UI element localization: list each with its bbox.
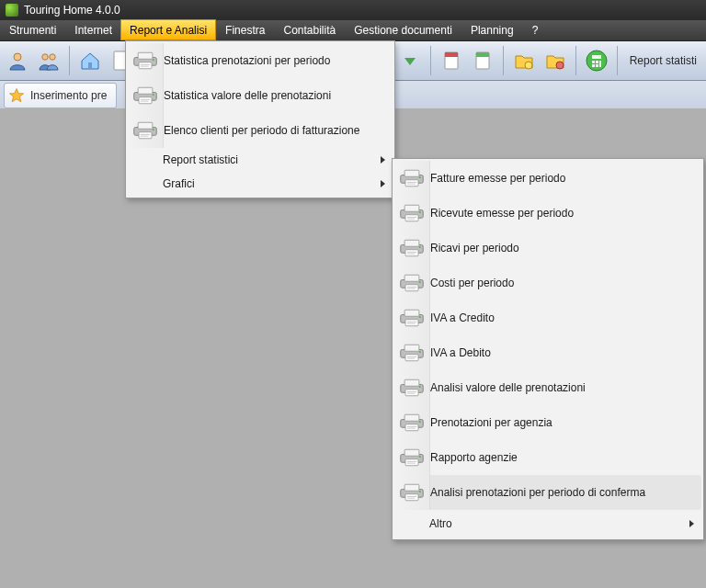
submenu-item-costi[interactable]: Costi per periodo [394,266,701,300]
star-icon [8,87,25,104]
chevron-right-icon [381,180,385,187]
menu-internet[interactable]: Internet [65,20,121,40]
toolbar-person-btn[interactable] [4,47,31,74]
toolbar-divider [69,46,70,75]
toolbar-divider [430,46,431,75]
menu-report-analisi[interactable]: Report e Analisi [120,19,216,40]
toolbar-report-statistici-btn[interactable]: Report statisti [624,46,702,75]
tab-inserimento[interactable]: Inserimento pre [4,83,117,108]
tab-label: Inserimento pre [30,89,107,102]
submenu-item-analisi-valore[interactable]: Analisi valore delle prenotazioni [394,370,701,405]
printer-icon [132,51,158,71]
menu-report-analisi-dropdown: Statistica prenotazioni per periodo Stat… [125,40,395,198]
submenu-item-altro[interactable]: Altro [394,510,701,537]
toolbar-home-btn[interactable] [76,47,104,74]
toolbar-folder-coins-btn[interactable] [510,47,538,74]
toolbar-report-label: Report statisti [630,54,697,67]
toolbar-doc-red-btn[interactable] [438,47,465,74]
toolbar-doc-green-btn[interactable] [469,47,496,74]
submenu-item-iva-debito[interactable]: IVA a Debito [394,335,701,370]
printer-icon [399,203,425,223]
menu-item-grafici[interactable]: Grafici [128,172,393,196]
menu-planning[interactable]: Planning [461,20,523,40]
chevron-right-icon [381,156,385,164]
submenu-item-ricevute[interactable]: Ricevute emesse per periodo [394,196,701,231]
printer-icon [399,378,425,398]
toolbar-divider [503,46,504,75]
printer-icon [399,238,425,258]
menubar: Strumenti Internet Report e Analisi Fine… [0,20,706,41]
menu-item-statistica-prenotazioni[interactable]: Statistica prenotazioni per periodo [128,43,393,78]
svg-point-23 [556,62,564,69]
printer-icon [399,413,425,433]
submenu-item-rapporto-agenzie[interactable]: Rapporto agenzie [394,440,701,475]
app-window: Touring Home 4.0.0 Strumenti Internet Re… [0,0,706,588]
menu-strumenti[interactable]: Strumenti [0,20,65,40]
menu-item-elenco-clienti[interactable]: Elenco clienti per periodo di fatturazio… [128,113,393,148]
chevron-right-icon [689,520,694,527]
menu-item-report-statistici[interactable]: Report statistici [128,148,393,172]
printer-icon [399,447,425,468]
menu-finestra[interactable]: Finestra [216,20,274,40]
toolbar-dropdown-btn[interactable] [396,47,424,74]
menu-gestione-documenti[interactable]: Gestione documenti [345,20,461,40]
menu-item-statistica-valore[interactable]: Statistica valore delle prenotazioni [128,78,393,113]
printer-icon [399,482,425,503]
app-title: Touring Home 4.0.0 [24,4,120,17]
toolbar-folder-coins-red-btn[interactable] [541,47,569,74]
submenu-item-prenotazioni-agenzia[interactable]: Prenotazioni per agenzia [394,405,701,440]
submenu-item-iva-credito[interactable]: IVA a Credito [394,300,701,335]
printer-icon [399,343,425,363]
submenu-report-statistici: Fatture emesse per periodo Ricevute emes… [392,158,704,540]
menu-help[interactable]: ? [523,20,548,40]
toolbar-divider [575,46,576,75]
printer-icon [399,273,425,293]
printer-icon [132,85,158,106]
printer-icon [132,120,158,141]
app-icon [6,4,18,17]
submenu-item-analisi-conferma[interactable]: Analisi prenotazioni per periodo di conf… [394,475,701,510]
printer-icon [399,168,425,188]
submenu-item-fatture[interactable]: Fatture emesse per periodo [394,161,701,196]
toolbar-calculator-btn[interactable] [583,47,610,74]
toolbar-people-btn[interactable] [35,47,63,74]
toolbar-divider [617,46,618,75]
titlebar: Touring Home 4.0.0 [0,0,706,20]
menu-contabilita[interactable]: Contabilità [274,20,345,40]
submenu-item-ricavi[interactable]: Ricavi per periodo [394,231,701,266]
printer-icon [399,308,425,328]
